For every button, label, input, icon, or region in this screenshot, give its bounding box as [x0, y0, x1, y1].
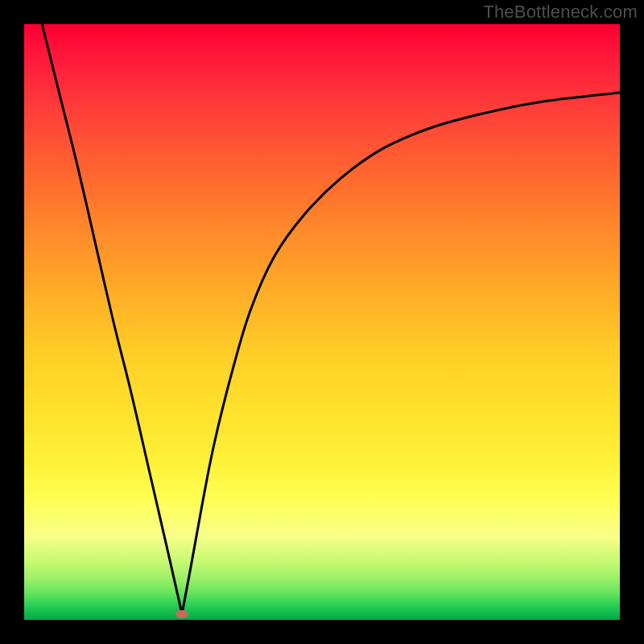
curve-path: [42, 24, 620, 614]
chart-container: TheBottleneck.com: [0, 0, 644, 644]
bottleneck-curve: [24, 24, 620, 620]
optimum-marker: [175, 610, 188, 618]
plot-area: [24, 24, 620, 620]
watermark-text: TheBottleneck.com: [483, 2, 638, 23]
